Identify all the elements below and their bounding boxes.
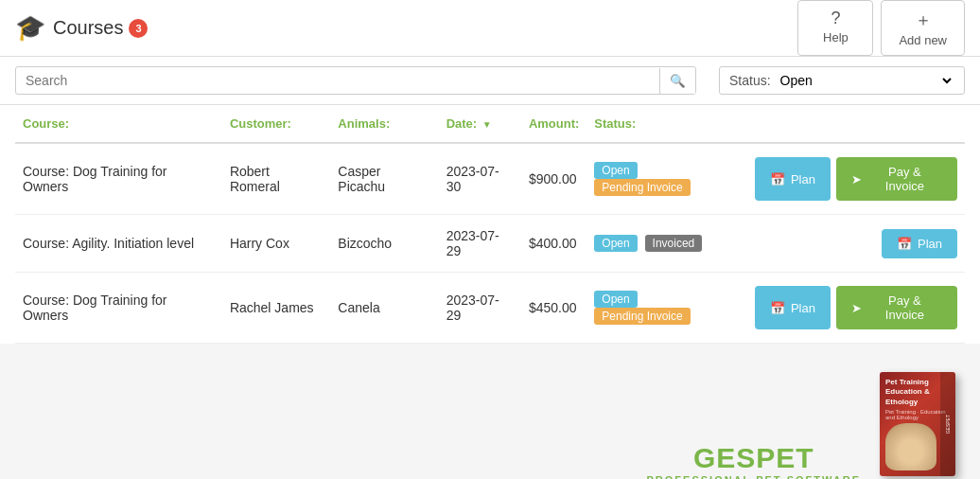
pay-invoice-button[interactable]: ➤ Pay & Invoice [836, 286, 957, 329]
status-badge-open: Open [594, 291, 637, 308]
cell-customer: Robert Romeral [222, 143, 330, 215]
sort-arrow: ▼ [482, 119, 492, 130]
action-buttons: 📅 Plan ➤ Pay & Invoice [755, 286, 957, 329]
action-buttons: 📅 Plan [755, 229, 957, 258]
header-actions: ? Help ＋ Add new [797, 0, 965, 56]
status-badge-pending: Pending Invoice [594, 308, 690, 325]
cell-status: Open Pending Invoice [586, 273, 747, 344]
toolbar: 🔍 Status: Open Closed All [0, 57, 980, 105]
col-status: Status: [586, 105, 747, 143]
cell-amount: $900.00 [521, 143, 586, 215]
app-header: 🎓 Courses 3 ? Help ＋ Add new [0, 0, 980, 57]
cell-actions: 📅 Plan ➤ Pay & Invoice [747, 143, 965, 215]
cell-status: Open Pending Invoice [586, 143, 747, 215]
status-badge-open: Open [594, 162, 637, 179]
cell-customer: Rachel James [222, 273, 330, 344]
search-input[interactable] [16, 67, 659, 94]
plan-label: Plan [791, 301, 815, 315]
brand-professional: PROFESSIONAL [647, 474, 757, 479]
cell-actions: 📅 Plan ➤ Pay & Invoice [747, 273, 965, 344]
page-title: Courses [53, 17, 123, 39]
cell-amount: $400.00 [521, 215, 586, 273]
plan-label: Plan [918, 237, 942, 251]
table-row: Course: Dog Training for Owners Rachel J… [15, 273, 965, 344]
cell-course: Course: Agility. Initiation level [15, 215, 222, 273]
product-box: Pet TrainingEducation & Ethology Pet Tra… [880, 372, 965, 479]
col-customer: Customer: [222, 105, 330, 143]
table-row: Course: Agility. Initiation level Harry … [15, 215, 965, 273]
pay-invoice-label: Pay & Invoice [867, 293, 942, 322]
plan-button[interactable]: 📅 Plan [755, 286, 831, 329]
brand-name: GESPET [693, 442, 814, 474]
status-badge-invoiced: Invoiced [645, 235, 703, 252]
header-title-area: 🎓 Courses 3 [15, 13, 797, 43]
plan-label: Plan [791, 172, 815, 186]
courses-table-container: Course: Customer: Animals: Date: ▼ Amoun… [0, 105, 980, 344]
pay-icon: ➤ [851, 172, 862, 186]
status-label: Status: [729, 73, 771, 88]
brand-software: SOFTWARE [787, 474, 861, 479]
status-select[interactable]: Open Closed All [777, 72, 954, 89]
col-course: Course: [15, 105, 222, 143]
cell-status: Open Invoiced [586, 215, 747, 273]
gespet-logo: GESPET PROFESSIONAL PET SOFTWARE [647, 442, 861, 479]
product-box-stripe-text: GESPET [945, 415, 951, 434]
search-box: 🔍 [15, 66, 696, 95]
courses-table: Course: Customer: Animals: Date: ▼ Amoun… [15, 105, 965, 344]
cell-date: 2023-07-29 [439, 273, 521, 344]
brand-pet: PET [756, 474, 781, 479]
table-header-row: Course: Customer: Animals: Date: ▼ Amoun… [15, 105, 965, 143]
courses-icon: 🎓 [15, 13, 45, 43]
cell-course: Course: Dog Training for Owners [15, 143, 222, 215]
add-new-label: Add new [899, 33, 947, 47]
status-badge-open: Open [594, 235, 637, 252]
add-icon: ＋ [915, 9, 932, 31]
brand-tagline: PROFESSIONAL PET SOFTWARE [647, 474, 861, 479]
cell-date: 2023-07-29 [439, 215, 521, 273]
calendar-icon: 📅 [897, 237, 912, 251]
col-actions [747, 105, 965, 143]
table-row: Course: Dog Training for Owners Robert R… [15, 143, 965, 215]
status-filter: Status: Open Closed All [719, 66, 965, 95]
cell-amount: $450.00 [521, 273, 586, 344]
calendar-icon: 📅 [770, 301, 785, 315]
col-date[interactable]: Date: ▼ [439, 105, 521, 143]
plan-button[interactable]: 📅 Plan [755, 157, 831, 201]
cell-date: 2023-07-30 [439, 143, 521, 215]
help-icon: ? [831, 9, 840, 28]
product-box-animal [885, 423, 936, 470]
action-buttons: 📅 Plan ➤ Pay & Invoice [755, 157, 957, 201]
status-badge-pending: Pending Invoice [594, 179, 690, 196]
courses-badge: 3 [129, 19, 148, 38]
search-button[interactable]: 🔍 [659, 68, 695, 94]
cell-animal: Casper Picachu [330, 143, 438, 215]
cell-animal: Canela [330, 273, 438, 344]
pay-icon: ➤ [851, 301, 862, 315]
search-icon: 🔍 [670, 74, 686, 88]
calendar-icon: 📅 [770, 172, 785, 186]
cell-animal: Bizcocho [330, 215, 438, 273]
pay-invoice-button[interactable]: ➤ Pay & Invoice [836, 157, 957, 201]
plan-button[interactable]: 📅 Plan [882, 229, 957, 258]
help-button[interactable]: ? Help [797, 0, 873, 56]
help-label: Help [823, 30, 849, 44]
col-animals: Animals: [330, 105, 438, 143]
col-amount: Amount: [521, 105, 586, 143]
product-box-stripe: GESPET [940, 372, 955, 476]
cell-course: Course: Dog Training for Owners [15, 273, 222, 344]
product-box-inner: Pet TrainingEducation & Ethology Pet Tra… [880, 372, 955, 476]
footer-area: GESPET PROFESSIONAL PET SOFTWARE Pet Tra… [0, 344, 980, 479]
add-new-button[interactable]: ＋ Add new [881, 0, 965, 56]
cell-actions: 📅 Plan [747, 215, 965, 273]
cell-customer: Harry Cox [222, 215, 330, 273]
pay-invoice-label: Pay & Invoice [867, 165, 942, 193]
